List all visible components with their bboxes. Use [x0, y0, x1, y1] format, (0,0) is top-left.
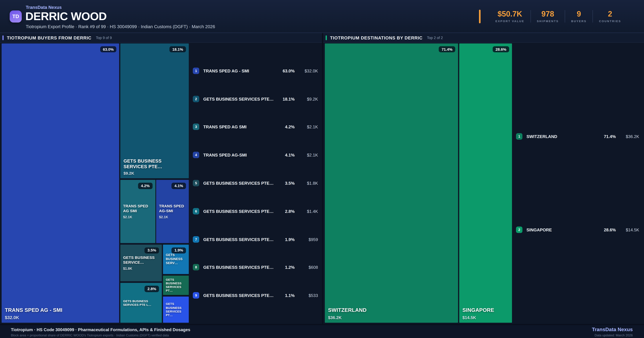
treemap-block-buyer-3[interactable]: 4.2%TRANS SPED AG SMI$2.1K	[120, 180, 155, 243]
block-share-badge: 2.8%	[145, 286, 159, 292]
stats-accent-bar	[479, 10, 480, 23]
block-share-badge: 1.9%	[172, 247, 186, 254]
destinations-panel-count: Top 2 of 2	[427, 36, 443, 40]
rank-share: 1.9%	[275, 237, 295, 242]
rank-value: $608	[295, 265, 318, 270]
rank-value: $2.1K	[295, 124, 318, 129]
rank-badge: 3	[193, 124, 199, 130]
rank-row-buyer-1[interactable]: 1TRANS SPED AG - SMI63.0%$32.0K	[193, 68, 318, 74]
destinations-panel: TIOTROPIUM DESTINATIONS BY DERRIC Top 2 …	[322, 33, 644, 324]
main-content: TIOTROPIUM BUYERS FROM DERRIC Top 9 of 9…	[0, 33, 644, 324]
rank-value: $32.0K	[295, 68, 318, 73]
rank-share: 28.6%	[596, 228, 616, 232]
rank-value: $36.2K	[616, 134, 639, 139]
treemap-block-buyer-7[interactable]: 1.9%GETS BUSINESS SERV…	[163, 244, 189, 274]
rank-name: GETS BUSINESS SERVICES PTE…	[203, 265, 274, 270]
block-share-badge: 4.1%	[172, 183, 186, 189]
stat-shipments: 978 SHIPMENTS	[530, 10, 565, 22]
treemap-block-buyer-8[interactable]: GETS BUSINESS SERVICES PT…	[163, 276, 189, 295]
treemap-block-destination-2[interactable]: 28.6%SINGAPORE$14.5K	[459, 44, 512, 323]
treemap-block-buyer-4[interactable]: 4.1%TRANS SPED AG-SMI$2.1K	[156, 180, 189, 243]
rank-value: $1.8K	[295, 181, 318, 186]
rank-row-destination-2[interactable]: 2SINGAPORE28.6%$14.5K	[516, 227, 639, 233]
stat-countries: 2 COUNTRIES	[592, 10, 627, 22]
stat-label: EXPORT VALUE	[495, 20, 524, 22]
rank-row-destination-1[interactable]: 1SWITZERLAND71.4%$36.2K	[516, 133, 639, 140]
footer-brand: TransData Nexus	[592, 327, 633, 332]
block-label: GETS BUSINESS SERVICES PT…	[166, 278, 186, 293]
destinations-accent-bar	[326, 35, 327, 40]
buyers-panel-count: Top 9 of 9	[96, 36, 112, 40]
buyers-rank-list: 1TRANS SPED AG - SMI63.0%$32.0K2GETS BUS…	[189, 44, 322, 323]
buyers-accent-bar	[2, 35, 4, 40]
treemap-block-buyer-2[interactable]: 18.1%GETS BUSINESS SERVICES PTE…$9.2K	[120, 44, 189, 178]
rank-badge: 1	[193, 68, 199, 74]
rank-share: 63.0%	[275, 68, 295, 73]
rank-row-buyer-8[interactable]: 8GETS BUSINESS SERVICES PTE…1.2%$608	[193, 264, 318, 270]
destinations-panel-body: 71.4%SWITZERLAND$36.2K28.6%SINGAPORE$14.…	[323, 43, 644, 324]
page-subtitle: Tiotropium Export Profile · Rank #9 of 9…	[26, 24, 215, 29]
header-stats: $50.7K EXPORT VALUE 978 SHIPMENTS 9 BUYE…	[479, 10, 627, 23]
rank-name: SWITZERLAND	[526, 134, 557, 139]
rank-name: GETS BUSINESS SERVICES PTE…	[203, 181, 274, 186]
treemap-block-destination-1[interactable]: 71.4%SWITZERLAND$36.2K	[325, 44, 458, 323]
rank-name: TRANS SPED AG SMI	[203, 124, 246, 129]
block-value: $32.0K	[5, 315, 117, 320]
rank-share: 1.1%	[275, 293, 295, 298]
block-label: GETS BUSINESS SERVICE…$1.8K	[123, 256, 160, 270]
rank-row-buyer-3[interactable]: 3TRANS SPED AG SMI4.2%$2.1K	[193, 124, 318, 130]
rank-badge: 2	[193, 96, 199, 102]
stat-label: COUNTRIES	[599, 20, 621, 22]
treemap-block-buyer-9[interactable]: GETS BUSINESS SERVICES PT…	[163, 296, 189, 323]
rank-row-buyer-7[interactable]: 7GETS BUSINESS SERVICES PTE…1.9%$959	[193, 236, 318, 242]
rank-value: $959	[295, 237, 318, 242]
block-value: $1.8K	[123, 266, 160, 270]
treemap-block-buyer-1[interactable]: 63.0%TRANS SPED AG - SMI$32.0K	[2, 44, 119, 323]
rank-row-buyer-2[interactable]: 2GETS BUSINESS SERVICES PTE…18.1%$9.2K	[193, 96, 318, 102]
rank-badge: 7	[193, 236, 199, 242]
brand-label: TransData Nexus	[26, 5, 62, 10]
avatar: TD	[10, 10, 22, 22]
block-value: $2.1K	[123, 215, 153, 219]
rank-name: GETS BUSINESS SERVICES PTE…	[203, 96, 274, 101]
rank-name: GETS BUSINESS SERVICES PTE…	[203, 237, 274, 242]
block-label: GETS BUSINESS SERV…	[166, 253, 186, 265]
rank-share: 18.1%	[275, 96, 295, 101]
rank-share: 2.8%	[275, 209, 295, 214]
treemap-block-buyer-6[interactable]: 2.8%GETS BUSINESS SERVICES PTE L…	[120, 283, 162, 323]
rank-badge: 6	[193, 208, 199, 214]
buyers-panel-header: TIOTROPIUM BUYERS FROM DERRIC Top 9 of 9	[0, 33, 322, 43]
block-value: $9.2K	[124, 171, 186, 176]
rank-share: 1.2%	[275, 265, 295, 270]
block-name: GETS BUSINESS SERV…	[166, 253, 186, 265]
rank-badge: 2	[516, 227, 522, 233]
stat-buyers: 9 BUYERS	[565, 10, 592, 22]
buyers-treemap: 63.0%TRANS SPED AG - SMI$32.0K18.1%GETS …	[2, 44, 189, 323]
treemap-block-buyer-5[interactable]: 3.5%GETS BUSINESS SERVICE…$1.8K	[120, 244, 162, 282]
rank-badge: 1	[516, 133, 522, 140]
rank-name: GETS BUSINESS SERVICES PTE…	[203, 209, 274, 214]
block-name: GETS BUSINESS SERVICES PTE…	[124, 158, 186, 170]
destinations-panel-header: TIOTROPIUM DESTINATIONS BY DERRIC Top 2 …	[323, 33, 644, 43]
footer-right: TransData Nexus Data updated: March 2026	[592, 327, 633, 337]
block-value: $36.2K	[328, 315, 456, 320]
rank-value: $2.1K	[295, 153, 318, 158]
rank-row-buyer-4[interactable]: 4TRANS SPED AG-SMI4.1%$2.1K	[193, 152, 318, 158]
rank-row-buyer-5[interactable]: 5GETS BUSINESS SERVICES PTE…3.5%$1.8K	[193, 180, 318, 186]
block-name: TRANS SPED AG SMI	[123, 204, 153, 213]
rank-badge: 8	[193, 264, 199, 270]
avatar-initials: TD	[12, 14, 19, 19]
stat-export-value: $50.7K EXPORT VALUE	[489, 10, 530, 22]
rank-value: $14.5K	[616, 228, 639, 232]
dashboard: TD TransData Nexus DERRIC WOOD Tiotropiu…	[0, 0, 644, 338]
stat-label: BUYERS	[571, 20, 586, 22]
block-name: SINGAPORE	[462, 307, 510, 314]
footer-title: Tiotropium · HS Code 30049099 · Pharmace…	[11, 327, 190, 332]
block-name: GETS BUSINESS SERVICES PT…	[166, 278, 186, 293]
rank-badge: 5	[193, 180, 199, 186]
rank-row-buyer-6[interactable]: 6GETS BUSINESS SERVICES PTE…2.8%$1.4K	[193, 208, 318, 214]
rank-badge: 4	[193, 152, 199, 158]
block-label: GETS BUSINESS SERVICES PT…	[166, 302, 186, 317]
rank-row-buyer-9[interactable]: 9GETS BUSINESS SERVICES PTE…1.1%$533	[193, 292, 318, 299]
block-name: TRANS SPED AG-SMI	[159, 204, 186, 213]
